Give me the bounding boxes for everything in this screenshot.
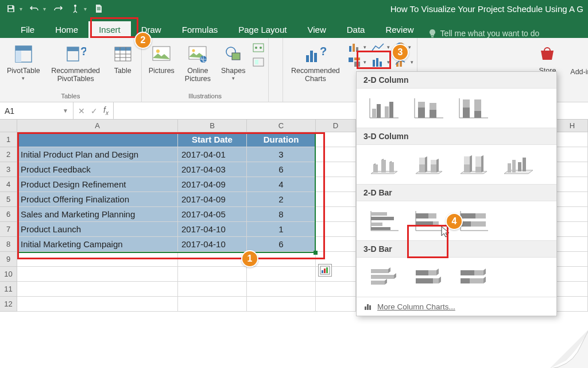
cell[interactable] — [247, 267, 316, 282]
3d-100pct-bar-thumb[interactable] — [454, 263, 492, 291]
undo-icon[interactable] — [29, 3, 40, 14]
online-pictures-button[interactable]: Online Pictures — [181, 40, 214, 86]
recommended-charts-button[interactable]: ? Recommended Charts — [287, 40, 344, 86]
cell[interactable] — [17, 297, 178, 312]
select-all-corner[interactable] — [0, 120, 17, 132]
clustered-column-thumb[interactable] — [365, 94, 403, 122]
row-header[interactable]: 5 — [0, 192, 17, 207]
cell[interactable]: 6 — [247, 162, 316, 177]
cancel-icon[interactable]: ✕ — [78, 106, 85, 116]
cell[interactable] — [316, 222, 356, 237]
row-header[interactable]: 1 — [0, 132, 17, 147]
cell[interactable]: 6 — [247, 237, 316, 252]
dropdown-caret-icon[interactable]: ▾ — [43, 6, 46, 12]
tell-me-search[interactable]: Tell me what you want to do — [428, 29, 540, 38]
cell[interactable]: 2017-04-10 — [178, 222, 247, 237]
3d-stacked-column-thumb[interactable] — [409, 151, 447, 178]
screenshot-icon[interactable] — [252, 56, 265, 68]
shapes-button[interactable]: Shapes▾ — [218, 40, 249, 83]
dropdown-caret-icon[interactable]: ▾ — [20, 6, 22, 12]
cell[interactable] — [316, 177, 356, 192]
cell[interactable] — [178, 297, 247, 312]
pictures-button[interactable]: Pictures — [145, 40, 178, 77]
redo-icon[interactable] — [53, 3, 63, 14]
cell[interactable]: 2 — [247, 192, 316, 207]
touch-mode-icon[interactable] — [70, 3, 80, 14]
row-header[interactable]: 11 — [0, 282, 17, 297]
100pct-stacked-column-thumb[interactable] — [454, 94, 492, 122]
3d-clustered-column-thumb[interactable] — [365, 151, 403, 178]
clustered-bar-thumb[interactable] — [365, 207, 403, 235]
col-header[interactable]: H — [557, 120, 588, 132]
cell[interactable] — [316, 237, 356, 252]
row-header[interactable]: 8 — [0, 237, 17, 252]
document-icon[interactable] — [94, 3, 104, 14]
col-header[interactable]: B — [178, 120, 247, 132]
cell[interactable] — [557, 222, 588, 237]
stacked-bar-thumb[interactable] — [409, 207, 447, 235]
cell[interactable]: Duration — [247, 132, 316, 147]
cell[interactable]: 2017-04-09 — [178, 192, 247, 207]
cell[interactable] — [316, 192, 356, 207]
addins-button[interactable]: Add-in — [566, 40, 588, 78]
3d-clustered-bar-thumb[interactable] — [365, 263, 403, 291]
cell[interactable] — [316, 207, 356, 222]
row-header[interactable]: 9 — [0, 252, 17, 267]
tab-formulas[interactable]: Formulas — [172, 21, 229, 38]
cell[interactable]: Initial Product Plan and Design — [17, 147, 178, 162]
selection-handle[interactable] — [314, 251, 318, 255]
cell[interactable] — [557, 192, 588, 207]
cell[interactable]: Product Launch — [17, 222, 178, 237]
cell[interactable]: 2017-04-01 — [178, 147, 247, 162]
row-header[interactable]: 10 — [0, 267, 17, 282]
cell[interactable] — [17, 252, 178, 267]
tab-data[interactable]: Data — [336, 21, 376, 38]
cell[interactable] — [316, 147, 356, 162]
tab-file[interactable]: File — [10, 21, 45, 38]
cell[interactable]: Initial Marketing Campaign — [17, 237, 178, 252]
name-box[interactable]: A1▼ — [0, 102, 74, 119]
cell[interactable]: Start Date — [178, 132, 247, 147]
cell[interactable]: 2017-04-09 — [178, 177, 247, 192]
cell[interactable] — [557, 267, 588, 282]
cell[interactable]: Product Design Refinement — [17, 177, 178, 192]
3d-100pct-column-thumb[interactable] — [454, 151, 492, 178]
col-header[interactable]: C — [247, 120, 316, 132]
3d-stacked-bar-thumb[interactable] — [409, 263, 447, 291]
stacked-column-thumb[interactable] — [409, 94, 447, 122]
quick-analysis-badge[interactable] — [318, 264, 332, 277]
cell[interactable] — [557, 132, 588, 147]
enter-icon[interactable]: ✓ — [91, 106, 98, 116]
save-icon[interactable] — [6, 3, 16, 14]
cell[interactable] — [17, 282, 178, 297]
recommended-pivottables-button[interactable]: ? Recommended PivotTables — [47, 40, 105, 86]
smartart-icon[interactable] — [252, 43, 265, 54]
row-header[interactable]: 6 — [0, 207, 17, 222]
row-header[interactable]: 4 — [0, 177, 17, 192]
more-column-charts-link[interactable]: More Column Charts... — [357, 297, 556, 316]
tab-review[interactable]: Review — [375, 21, 424, 38]
cell[interactable] — [557, 252, 588, 267]
col-header[interactable]: D — [316, 120, 356, 132]
cell[interactable] — [178, 267, 247, 282]
cell[interactable] — [316, 297, 356, 312]
cell[interactable]: Product Offering Finalization — [17, 192, 178, 207]
tab-insert[interactable]: Insert — [88, 21, 131, 38]
cell[interactable]: Product Feedback — [17, 162, 178, 177]
cell[interactable]: 2017-04-03 — [178, 162, 247, 177]
cell[interactable]: 3 — [247, 147, 316, 162]
pivottable-button[interactable]: PivotTable▾ — [3, 40, 44, 83]
row-header[interactable]: 7 — [0, 222, 17, 237]
tab-page-layout[interactable]: Page Layout — [228, 21, 297, 38]
dropdown-caret-icon[interactable]: ▾ — [84, 6, 87, 12]
tab-home[interactable]: Home — [45, 21, 88, 38]
cell[interactable] — [557, 177, 588, 192]
cell[interactable]: 1 — [247, 222, 316, 237]
cell[interactable] — [178, 252, 247, 267]
table-button[interactable]: Table — [108, 40, 138, 77]
tab-view[interactable]: View — [297, 21, 336, 38]
cell[interactable]: 8 — [247, 207, 316, 222]
cell[interactable] — [557, 282, 588, 297]
cell[interactable] — [178, 282, 247, 297]
cell[interactable]: 4 — [247, 177, 316, 192]
